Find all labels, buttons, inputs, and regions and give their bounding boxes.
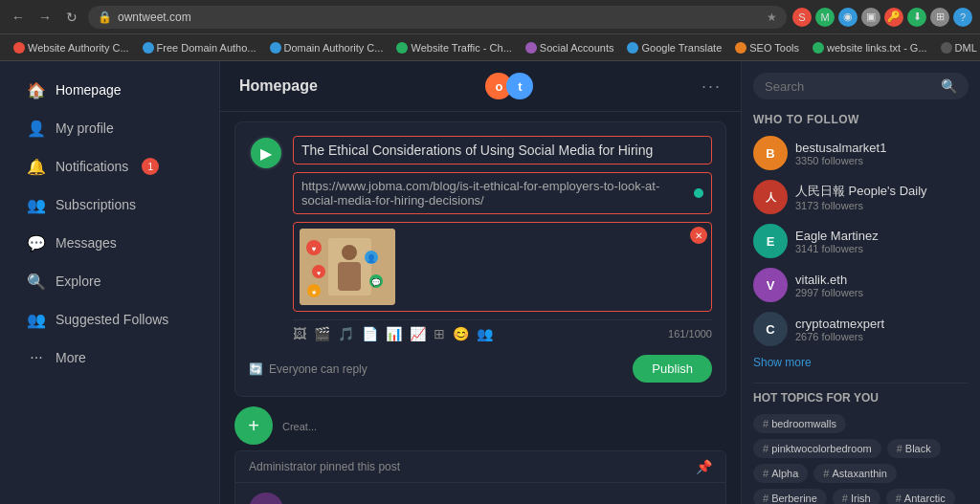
ext-icon-1[interactable]: S — [792, 8, 812, 27]
follow-avatar-2: 人 — [753, 180, 788, 214]
image-preview-area: ♥ 👤 ♥ 💬 ★ ✕ — [293, 222, 712, 312]
composer-title-text[interactable]: The Ethical Considerations of Using Soci… — [293, 136, 712, 164]
mention-icon[interactable]: 👥 — [477, 326, 493, 341]
publish-button[interactable]: Publish — [633, 355, 712, 383]
header-more-button[interactable]: ··· — [702, 77, 722, 97]
follow-info-1: bestusalmarket1 3350 followers — [795, 141, 886, 166]
svg-text:♥: ♥ — [312, 245, 317, 253]
topic-tag-7[interactable]: #Irish — [833, 489, 880, 504]
bookmark-1[interactable]: Website Authority C... — [8, 40, 135, 55]
chart-icon[interactable]: 📊 — [386, 326, 402, 341]
topic-tag-2[interactable]: #pinktwocolorbedroom — [753, 439, 881, 458]
hot-topics-section: HOT TOPICS FOR YOU #bedroomwalls #pinktw… — [753, 391, 969, 504]
url-bar[interactable]: 🔒 owntweet.com ★ — [88, 6, 787, 29]
bookmark-4[interactable]: Website Traffic - Ch... — [390, 40, 517, 55]
sidebar-item-subscriptions[interactable]: 👥 Subscriptions — [8, 186, 212, 223]
composer-body: The Ethical Considerations of Using Soci… — [293, 136, 712, 347]
svg-text:★: ★ — [311, 289, 317, 296]
topic-tag-3[interactable]: #Black — [887, 439, 941, 458]
app-container: 🏠 Homepage 👤 My profile 🔔 Notifications … — [0, 61, 980, 504]
messages-icon: 💬 — [27, 233, 46, 252]
preview-svg: ♥ 👤 ♥ 💬 ★ — [300, 229, 395, 305]
post-header: M Mollik Juel ✓ 4 days ago — [249, 493, 712, 504]
notification-badge: 1 — [142, 158, 159, 175]
topic-tag-1[interactable]: #bedroomwalls — [753, 414, 846, 433]
topic-tag-4[interactable]: #Alpha — [753, 464, 808, 483]
sidebar-item-messages[interactable]: 💬 Messages — [8, 225, 212, 261]
pin-icon: 📌 — [696, 459, 712, 474]
ext-icon-5[interactable]: 🔑 — [884, 8, 903, 27]
bookmark-icon-2 — [143, 42, 154, 54]
follow-name-3: Eagle Martinez — [795, 229, 879, 243]
ext-icon-3[interactable]: ◉ — [838, 8, 858, 27]
ext-icon-2[interactable]: M — [815, 8, 835, 27]
post-composer: ▶ The Ethical Considerations of Using So… — [234, 121, 726, 397]
sidebar-item-suggested-follows[interactable]: 👥 Suggested Follows — [8, 301, 212, 338]
bookmark-6[interactable]: Google Translate — [621, 40, 727, 55]
sidebar-item-more[interactable]: ··· More — [8, 340, 212, 376]
sidebar-item-homepage[interactable]: 🏠 Homepage — [8, 72, 212, 108]
bookmark-icon-3 — [270, 42, 281, 54]
nav-reload-button[interactable]: ↻ — [61, 7, 82, 28]
post-avatar: M — [249, 493, 283, 504]
follow-info-4: vitalik.eth 2997 followers — [795, 273, 863, 298]
follow-info-3: Eagle Martinez 3141 followers — [795, 229, 879, 254]
composer-url-field[interactable]: https://www.jobma.com/blog/is-it-ethical… — [293, 172, 712, 214]
video-upload-icon[interactable]: 🎬 — [314, 326, 330, 341]
ext-profile-icon[interactable]: ? — [953, 8, 972, 27]
graph-icon[interactable]: 📈 — [410, 326, 426, 341]
topic-tag-8[interactable]: #Antarctic — [886, 489, 955, 504]
follow-item-4[interactable]: V vitalik.eth 2997 followers — [753, 268, 969, 302]
show-more-button[interactable]: Show more — [753, 356, 969, 369]
ext-icon-4[interactable]: ▣ — [861, 8, 880, 27]
follow-avatar-1: B — [753, 136, 788, 170]
ext-icon-7[interactable]: ⊞ — [930, 8, 949, 27]
bookmark-9[interactable]: DML — [935, 40, 980, 55]
bookmark-2[interactable]: Free Domain Autho... — [137, 40, 262, 55]
nav-back-button[interactable]: ← — [8, 7, 29, 28]
topic-tag-5[interactable]: #Astaxanthin — [813, 464, 897, 483]
bookmark-7[interactable]: SEO Tools — [729, 40, 805, 55]
audio-icon[interactable]: 🎵 — [338, 326, 354, 341]
topic-tag-6[interactable]: #Berberine — [753, 489, 827, 504]
follow-item-2[interactable]: 人 人民日報 People's Daily 3173 followers — [753, 180, 969, 214]
nav-forward-button[interactable]: → — [34, 7, 56, 28]
follow-count-5: 2676 followers — [795, 331, 884, 342]
bookmark-5[interactable]: Social Accounts — [520, 40, 620, 55]
bookmark-3[interactable]: Domain Authority C... — [264, 40, 390, 55]
create-post-button[interactable]: + — [234, 406, 273, 445]
sidebar-item-notifications[interactable]: 🔔 Notifications 1 — [8, 148, 212, 185]
browser-chrome: ← → ↻ 🔒 owntweet.com ★ S M ◉ ▣ 🔑 ⬇ ⊞ ? — [0, 0, 980, 34]
sidebar-item-profile[interactable]: 👤 My profile — [8, 110, 212, 146]
follow-item-3[interactable]: E Eagle Martinez 3141 followers — [753, 224, 969, 258]
follow-count-4: 2997 followers — [795, 287, 863, 298]
bookmark-8[interactable]: website links.txt - G... — [807, 40, 933, 55]
follow-item-1[interactable]: B bestusalmarket1 3350 followers — [753, 136, 969, 170]
bookmark-icon-4 — [396, 42, 408, 54]
url-text: owntweet.com — [118, 11, 761, 24]
follow-item-5[interactable]: C cryptoatmexpert 2676 followers — [753, 312, 969, 346]
bookmark-icon-6 — [627, 42, 638, 54]
file-icon[interactable]: 📄 — [362, 326, 378, 341]
reply-setting[interactable]: 🔄 Everyone can reply — [249, 362, 368, 376]
sidebar-item-explore[interactable]: 🔍 Explore — [8, 263, 212, 299]
search-bar[interactable]: 🔍 — [753, 73, 969, 99]
image-upload-icon[interactable]: 🖼 — [293, 326, 306, 341]
composer-avatar[interactable]: ▶ — [249, 136, 283, 170]
composer-row: ▶ The Ethical Considerations of Using So… — [249, 136, 712, 347]
ext-icon-6[interactable]: ⬇ — [907, 8, 926, 27]
emoji-icon[interactable]: 😊 — [453, 326, 469, 341]
notifications-icon: 🔔 — [27, 157, 46, 176]
follow-avatar-5: C — [753, 312, 788, 346]
bookmark-icon-9 — [941, 42, 952, 54]
search-input[interactable] — [765, 79, 933, 94]
right-sidebar: 🔍 WHO TO FOLLOW B bestusalmarket1 3350 f… — [741, 61, 980, 504]
grid-icon[interactable]: ⊞ — [434, 326, 445, 341]
follow-name-2: 人民日報 People's Daily — [795, 183, 927, 200]
explore-icon: 🔍 — [27, 272, 46, 291]
bookmarks-bar: Website Authority C... Free Domain Autho… — [0, 34, 980, 61]
preview-close-button[interactable]: ✕ — [690, 227, 707, 244]
home-icon: 🏠 — [27, 80, 46, 99]
composer-toolbar: 🖼 🎬 🎵 📄 📊 📈 ⊞ 😊 👥 161/1000 — [293, 319, 712, 347]
logo-blue: t — [506, 73, 533, 99]
